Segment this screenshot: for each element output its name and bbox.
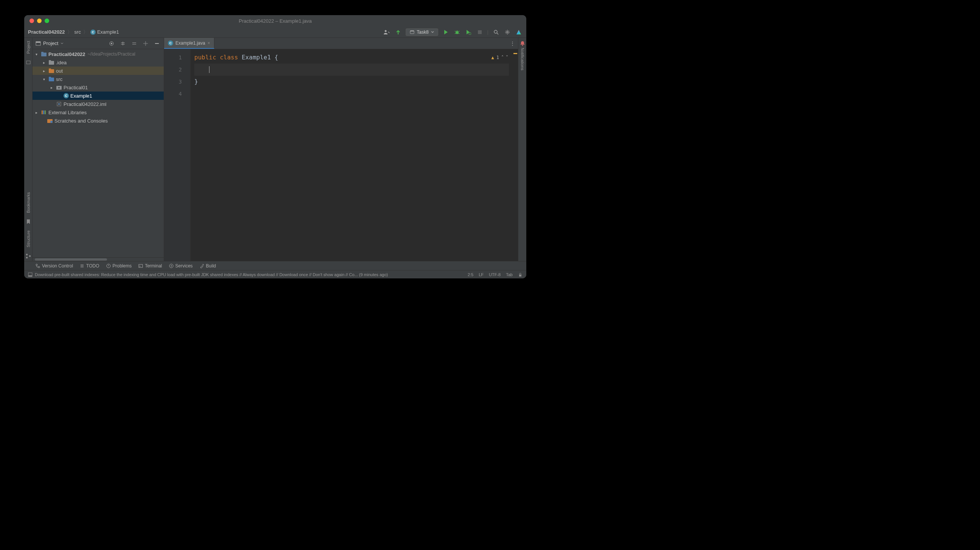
problems-tool-button[interactable]: Problems	[106, 263, 132, 269]
tree-idea-folder[interactable]: ▸ .idea	[32, 58, 164, 67]
status-hide-icon[interactable]	[28, 273, 32, 277]
build-tool-button[interactable]: Build	[200, 263, 216, 269]
services-tool-button[interactable]: Services	[169, 263, 193, 269]
folder-icon	[48, 68, 54, 74]
main-area: Project Bookmarks Structure Project	[24, 38, 526, 261]
next-highlight-button[interactable]: ˅	[506, 51, 508, 64]
notifications-icon[interactable]	[520, 41, 525, 46]
search-everywhere-button[interactable]	[492, 29, 500, 36]
breadcrumb-folder[interactable]: src	[75, 29, 81, 35]
terminal-icon	[138, 264, 143, 268]
traffic-lights	[24, 19, 49, 23]
project-view-selector[interactable]: Project	[35, 40, 64, 46]
tab-options-button[interactable]: ⋮	[507, 38, 518, 49]
project-tool-window: Project ▾ Practical042022	[32, 38, 164, 261]
expand-all-button[interactable]	[119, 40, 127, 47]
chevron-down-icon	[60, 42, 64, 45]
tree-src-folder[interactable]: ▾ src	[32, 75, 164, 83]
debug-button[interactable]	[453, 29, 461, 36]
warning-icon	[106, 264, 111, 268]
folder-icon	[48, 59, 54, 65]
svg-rect-29	[58, 103, 60, 105]
readonly-lock-icon[interactable]	[518, 273, 522, 277]
editor-error-stripe[interactable]	[513, 49, 518, 261]
hide-panel-button[interactable]	[153, 40, 161, 47]
project-view-icon	[35, 41, 41, 46]
svg-rect-11	[29, 255, 30, 257]
tree-horizontal-scrollbar[interactable]	[32, 257, 164, 261]
svg-rect-30	[41, 110, 43, 114]
select-opened-file-button[interactable]	[108, 40, 115, 47]
notifications-tool-button[interactable]: Notifications	[520, 46, 525, 72]
project-icon	[41, 51, 47, 57]
line-gutter[interactable]: 1 2 3 4	[164, 49, 191, 261]
svg-rect-2	[410, 30, 414, 31]
bookmarks-tool-button[interactable]: Bookmarks	[26, 191, 30, 214]
settings-button[interactable]	[504, 29, 511, 36]
svg-rect-21	[49, 60, 51, 62]
svg-rect-5	[478, 30, 482, 34]
vcs-update-icon[interactable]	[395, 29, 402, 36]
code-content[interactable]: ▲ 1 ˄ ˅ public class Example1 { }	[191, 49, 513, 261]
project-tool-button[interactable]: Project	[26, 39, 30, 55]
status-bar: Download pre-built shared indexes: Reduc…	[24, 270, 526, 278]
ide-window: Practical042022 – Example1.java Practica…	[24, 15, 526, 278]
svg-rect-25	[49, 77, 51, 78]
breadcrumb-file[interactable]: C Example1	[91, 29, 119, 35]
chevron-down-icon	[431, 30, 434, 33]
project-rail-icon	[26, 60, 31, 65]
tree-project-root[interactable]: ▾ Practical042022 ~/IdeaProjects/Practic…	[32, 50, 164, 58]
status-message[interactable]: Download pre-built shared indexes: Reduc…	[35, 273, 388, 277]
run-config-selector[interactable]: Task8	[406, 29, 438, 36]
inspection-widget[interactable]: ▲ 1 ˄ ˅	[492, 51, 508, 64]
svg-point-0	[385, 30, 387, 32]
terminal-tool-button[interactable]: Terminal	[138, 263, 162, 269]
breadcrumb-project[interactable]: Practical042022	[28, 29, 65, 35]
minimize-window-button[interactable]	[37, 19, 41, 23]
file-encoding[interactable]: UTF-8	[489, 273, 501, 277]
application-icon	[410, 30, 414, 34]
editor-tab[interactable]: C Example1.java ×	[164, 38, 215, 49]
project-tree[interactable]: ▾ Practical042022 ~/IdeaProjects/Practic…	[32, 49, 164, 257]
stop-button[interactable]	[476, 29, 484, 36]
close-tab-button[interactable]: ×	[208, 40, 210, 46]
coverage-button[interactable]	[465, 29, 472, 36]
svg-rect-23	[49, 69, 51, 70]
caret-position[interactable]: 2:5	[468, 273, 473, 277]
svg-point-3	[456, 31, 459, 34]
svg-rect-42	[29, 275, 32, 276]
tree-scratches[interactable]: Scratches and Consoles	[32, 116, 164, 125]
version-control-tool-button[interactable]: Version Control	[35, 263, 73, 269]
prev-highlight-button[interactable]: ˄	[501, 51, 504, 64]
code-editor[interactable]: 1 2 3 4 ▲ 1 ˄ ˅ public class Example1 { …	[164, 49, 518, 261]
tree-out-folder[interactable]: ▸ out	[32, 67, 164, 75]
structure-tool-button[interactable]: Structure	[26, 229, 30, 249]
svg-rect-31	[43, 110, 44, 114]
titlebar: Practical042022 – Example1.java	[24, 15, 526, 27]
panel-settings-button[interactable]	[142, 40, 150, 47]
run-button[interactable]	[442, 29, 450, 36]
tree-class-file[interactable]: C Example1	[32, 92, 164, 100]
tree-package[interactable]: ▸ Practical01	[32, 83, 164, 92]
branch-icon	[35, 264, 40, 268]
tree-external-libs[interactable]: ▸ External Libraries	[32, 108, 164, 116]
text-caret	[209, 66, 210, 73]
jetbrains-icon[interactable]	[515, 29, 522, 36]
editor-area: C Example1.java × ⋮ 1 2 3 4 ▲ 1 ˄	[164, 38, 518, 261]
window-title: Practical042022 – Example1.java	[24, 18, 526, 24]
collapse-all-button[interactable]	[130, 40, 138, 47]
svg-point-16	[145, 43, 146, 44]
indent-config[interactable]: Tab	[506, 273, 513, 277]
breadcrumb: Practical042022 〉 src 〉 C Example1	[28, 29, 119, 35]
close-window-button[interactable]	[30, 19, 34, 23]
bottom-tool-bar: Version Control TODO Problems Terminal S…	[24, 261, 526, 270]
todo-tool-button[interactable]: TODO	[80, 263, 99, 269]
svg-rect-8	[27, 61, 30, 64]
tree-iml-file[interactable]: Practical042022.iml	[32, 100, 164, 108]
hammer-icon	[200, 264, 204, 268]
line-separator[interactable]: LF	[479, 273, 484, 277]
maximize-window-button[interactable]	[45, 19, 49, 23]
account-icon[interactable]	[383, 29, 391, 36]
project-panel-header: Project	[32, 38, 164, 49]
libraries-icon	[41, 109, 47, 115]
